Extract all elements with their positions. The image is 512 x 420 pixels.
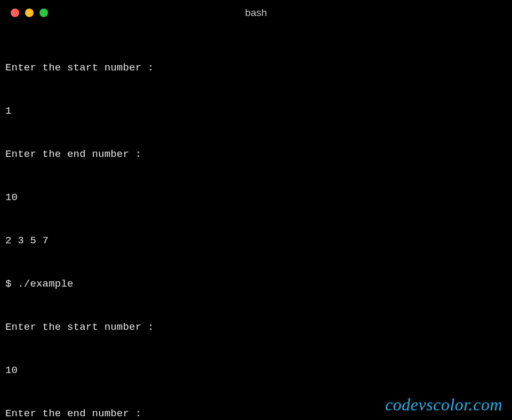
terminal-line: Enter the start number :: [5, 320, 510, 335]
minimize-icon[interactable]: [25, 9, 34, 17]
titlebar: bash: [0, 0, 512, 26]
terminal-line: 10: [5, 191, 510, 205]
terminal-line: Enter the end number :: [5, 407, 510, 420]
window-title: bash: [0, 7, 512, 19]
terminal-window: bash Enter the start number : 1 Enter th…: [0, 0, 512, 420]
maximize-icon[interactable]: [39, 9, 48, 17]
terminal-body[interactable]: Enter the start number : 1 Enter the end…: [0, 26, 512, 420]
terminal-line: 10: [5, 363, 510, 378]
terminal-line: Enter the end number :: [5, 147, 510, 162]
terminal-line: Enter the start number :: [5, 61, 510, 75]
terminal-line: 2 3 5 7: [5, 234, 510, 248]
terminal-line: $ ./example: [5, 277, 510, 291]
terminal-line: 1: [5, 104, 510, 118]
traffic-lights: [0, 9, 48, 17]
close-icon[interactable]: [11, 9, 19, 17]
